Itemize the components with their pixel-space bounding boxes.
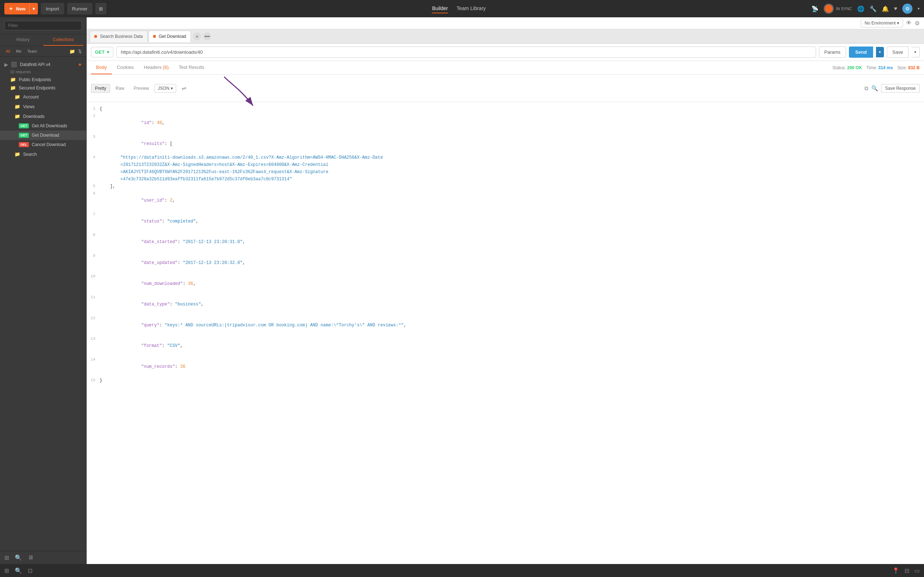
bottom-location-icon[interactable]: 📍: [892, 567, 900, 574]
env-selector[interactable]: No Environment ▾: [861, 19, 903, 27]
params-button[interactable]: Params: [819, 47, 846, 58]
key-num-downloaded: "num_downloaded": [131, 281, 183, 286]
collection-datafiniti[interactable]: ▶ Datafiniti API v4 ★ •••: [0, 60, 86, 69]
line-num-13: 13: [87, 336, 100, 357]
settings-arrow[interactable]: ▾: [918, 6, 920, 11]
send-dropdown-button[interactable]: ▾: [876, 47, 884, 57]
settings-icon[interactable]: ⚙: [902, 3, 913, 14]
tab-cookies[interactable]: Cookies: [112, 61, 139, 74]
save-response-button[interactable]: Save Response: [881, 84, 920, 93]
url-input[interactable]: [116, 47, 816, 58]
sidebar-layout-icon[interactable]: ⊞: [4, 554, 9, 561]
resp-icons: ⧉ 🔍 Save Response: [864, 84, 920, 93]
bottom-right: 📍 ⊟ ▭: [892, 567, 920, 574]
cancel-download-item[interactable]: DEL Cancel Download: [0, 140, 86, 149]
tabs-bar: Search Business Data Get Download + •••: [87, 29, 924, 44]
method-selector[interactable]: GET ▾: [91, 47, 113, 57]
line-num-4: 4: [87, 154, 100, 161]
sidebar-monitor-icon[interactable]: 🖥: [28, 554, 34, 561]
secured-endpoints-group[interactable]: 📁 Secured Endpoints •••: [0, 84, 86, 92]
get-all-downloads-item[interactable]: GET Get All Downloads: [0, 121, 86, 131]
new-collection-icon[interactable]: 📁: [69, 49, 75, 54]
format-label: JSON: [158, 86, 169, 91]
wrench-icon[interactable]: 🔧: [869, 5, 877, 12]
new-main[interactable]: ＋ New: [4, 3, 30, 15]
line-num-10: 10: [87, 273, 100, 294]
bottom-bar: ⊞ 🔍 ⊡ 📍 ⊟ ▭: [0, 564, 924, 577]
satellite-icon[interactable]: 📡: [811, 5, 819, 12]
account-group[interactable]: 📁 Account: [0, 92, 86, 102]
filter-me[interactable]: Me: [15, 48, 23, 54]
sidebar-content: ▶ Datafiniti API v4 ★ ••• 32 requests 📁 …: [0, 56, 86, 551]
new-dropdown-arrow[interactable]: ▾: [30, 3, 38, 15]
new-button[interactable]: ＋ New ▾: [4, 3, 38, 15]
search-label: Search: [23, 152, 82, 157]
colon-6: :: [178, 260, 183, 266]
bottom-search-icon[interactable]: 🔍: [15, 567, 22, 574]
tab-team-library[interactable]: Team Library: [457, 4, 486, 13]
downloads-group[interactable]: 📁 Downloads •••: [0, 111, 86, 121]
heart-icon[interactable]: ♥: [894, 5, 898, 12]
filter-row: All Me Team 📁 ⇅: [0, 46, 86, 56]
bottom-columns-icon[interactable]: ⊟: [905, 567, 909, 574]
eye-icon[interactable]: 👁: [906, 20, 912, 26]
save-button[interactable]: Save: [887, 47, 908, 58]
bottom-layout-icon[interactable]: ⊞: [4, 567, 9, 574]
code-line-14: 14 "num_records": 36: [87, 357, 924, 377]
more-tabs-button[interactable]: •••: [203, 32, 211, 40]
tab-headers[interactable]: Headers (6): [139, 61, 174, 74]
wrap-btn[interactable]: ⇌: [178, 83, 190, 93]
views-group[interactable]: 📁 Views: [0, 102, 86, 111]
search-icon-btn[interactable]: 🔍: [871, 85, 878, 92]
save-dropdown-button[interactable]: ▾: [911, 47, 920, 57]
add-tab-button[interactable]: +: [193, 32, 201, 40]
star-icon[interactable]: ★: [78, 62, 82, 67]
sidebar-tab-history[interactable]: History: [3, 34, 43, 46]
key-id: "id": [131, 121, 152, 126]
filter-all[interactable]: All: [4, 48, 11, 54]
tab-test-results[interactable]: Test Results: [174, 61, 209, 74]
raw-btn[interactable]: Raw: [111, 84, 128, 93]
line-content-8: "date_started": "2017-12-13 23:20:31.0",: [100, 232, 924, 253]
bell-icon[interactable]: 🔔: [882, 5, 889, 12]
get-download-item[interactable]: GET Get Download: [0, 131, 86, 140]
import-button[interactable]: Import: [41, 3, 64, 15]
filter-team[interactable]: Team: [26, 48, 39, 54]
line-content-13: "format": "CSV",: [100, 336, 924, 357]
views-folder-icon: 📁: [15, 104, 20, 109]
tab-search-business[interactable]: Search Business Data: [89, 31, 148, 42]
public-endpoints-group[interactable]: 📁 Public Endpoints •••: [0, 76, 86, 84]
runner-button[interactable]: Runner: [67, 3, 93, 15]
key-results: "results": [131, 141, 165, 147]
search-folder-icon: 📁: [15, 152, 20, 157]
line-content-15: }: [100, 377, 924, 384]
copy-icon-btn[interactable]: ⧉: [864, 85, 868, 92]
gear-icon[interactable]: ⚙: [914, 20, 920, 27]
line-content-4: "https://datafiniti-downloads.s3.amazona…: [100, 154, 924, 161]
line-content-2: "id": 40,: [100, 113, 924, 134]
cancel-download-label: Cancel Download: [32, 142, 82, 147]
sidebar-search-icon[interactable]: 🔍: [15, 554, 22, 561]
tab-get-download[interactable]: Get Download: [149, 31, 191, 42]
format-selector[interactable]: JSON ▾: [155, 84, 176, 93]
top-nav: ＋ New ▾ Import Runner ⊞ Builder Team Lib…: [0, 0, 924, 17]
sort-icon[interactable]: ⇅: [78, 49, 82, 54]
tab-builder[interactable]: Builder: [432, 4, 448, 13]
response-toolbar: Pretty Raw Preview JSON ▾ ⇌: [87, 75, 924, 102]
search-group[interactable]: 📁 Search: [0, 149, 86, 159]
env-dropdown-arrow: ▾: [897, 21, 899, 26]
send-button[interactable]: Send: [849, 47, 874, 58]
layout-button[interactable]: ⊞: [95, 3, 107, 15]
bottom-terminal-icon[interactable]: ▭: [914, 567, 920, 574]
bottom-console-icon[interactable]: ⊡: [28, 567, 32, 574]
preview-btn[interactable]: Preview: [129, 84, 153, 93]
comma-8: ,: [404, 323, 406, 328]
globe-icon[interactable]: 🌐: [857, 5, 864, 12]
format-arrow: ▾: [171, 86, 173, 91]
collection-color-badge: [11, 62, 17, 68]
sidebar-tab-collections[interactable]: Collections: [43, 34, 84, 46]
folder-closed-icon-2: 📁: [10, 85, 16, 90]
pretty-btn[interactable]: Pretty: [91, 84, 110, 93]
tab-body[interactable]: Body: [91, 61, 112, 74]
filter-input[interactable]: [4, 21, 82, 30]
